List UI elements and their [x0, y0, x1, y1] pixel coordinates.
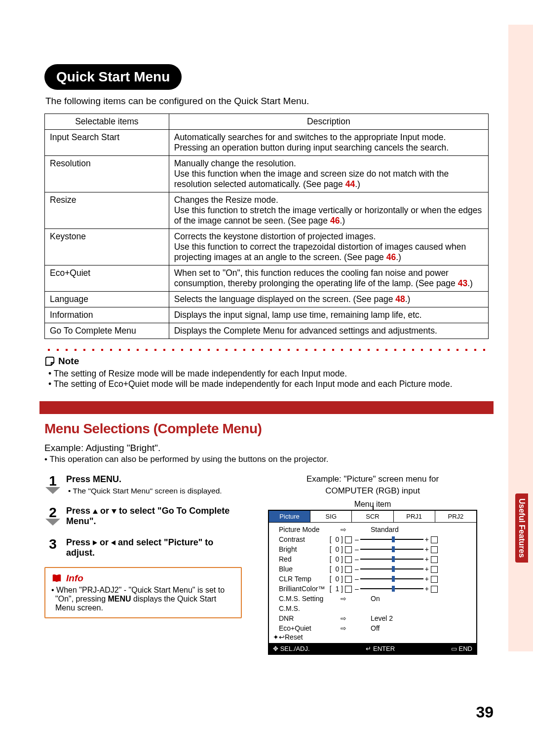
step-3-body: Press or and select "Picture" to adjust.: [66, 537, 242, 558]
step-arrow-icon: [44, 486, 61, 495]
slider-left-icon: [345, 575, 353, 583]
section-title-menu-selections: Menu Selections (Complete Menu): [44, 421, 489, 437]
step-1-body: Press MENU. • The "Quick Start Menu" scr…: [66, 474, 242, 495]
slider-left-icon: [345, 585, 353, 593]
osd-value: [ 1 ]: [328, 585, 343, 593]
step-arrow-icon: [44, 518, 61, 527]
page-content: Quick Start Menu The following items can…: [0, 0, 533, 675]
osd-label: Eco+Quiet: [272, 624, 336, 632]
osd-tab: PRJ1: [394, 511, 435, 522]
red-divider-bar: [39, 401, 494, 414]
page-ref: 43: [458, 278, 467, 288]
table-cell-desc: Corrects the keystone distortion of proj…: [169, 229, 488, 265]
osd-pointer: [373, 506, 374, 511]
table-row: Go To Complete MenuDisplays the Complete…: [45, 323, 489, 339]
osd-row-picture-mode: Picture Mode ⇨ Standard: [272, 525, 473, 534]
table-cell-item: Input Search Start: [45, 130, 169, 156]
osd-label: C.M.S. Setting: [272, 595, 336, 603]
osd-foot-end: ▭ END: [451, 645, 472, 652]
osd-slider-row: BrilliantColor™[ 1 ]– +: [272, 584, 473, 594]
page-ref: 46: [386, 252, 396, 262]
osd-plain-row: C.M.S. Setting⇨On: [272, 594, 473, 604]
osd-foot-enter: ↵ ENTER: [366, 645, 395, 652]
slider-right-icon: [431, 535, 441, 543]
table-header-desc: Description: [169, 114, 488, 130]
step-2: 2 Press or to select "Go To Complete Men…: [44, 506, 242, 529]
osd-value: [ 0 ]: [328, 575, 343, 583]
osd-plain-row: C.M.S.: [272, 604, 473, 613]
osd-value: Level 2: [351, 614, 473, 622]
arrow-right-icon: ⇨: [336, 595, 351, 603]
table-row: Eco+QuietWhen set to "On", this function…: [45, 265, 489, 292]
table-row: ResolutionManually change the resolution…: [45, 156, 489, 192]
note-item: The setting of Resize mode will be made …: [48, 369, 489, 379]
osd-value: [ 0 ]: [328, 535, 343, 543]
quick-start-table: Selectable items Description Input Searc…: [44, 113, 489, 339]
page-ref: 46: [330, 216, 340, 226]
example-subline: • This operation can also be performed b…: [44, 454, 489, 464]
table-cell-item: Resolution: [45, 156, 169, 192]
note-label: Note: [58, 356, 79, 367]
section-pill-quick-start: Quick Start Menu: [44, 64, 182, 90]
osd-value: [ 0 ]: [328, 565, 343, 573]
step-3: 3 Press or and select "Picture" to adjus…: [44, 537, 242, 558]
table-cell-item: Keystone: [45, 229, 169, 265]
info-heading: Info: [51, 573, 235, 584]
slider-right-icon: [431, 565, 441, 573]
table-row: ResizeChanges the Resize mode.Use this f…: [45, 192, 489, 229]
osd-plain-row: Eco+Quiet⇨Off: [272, 623, 473, 633]
osd-label: BrilliantColor™: [272, 585, 326, 593]
osd-value: Off: [351, 624, 473, 632]
osd-body: Picture Mode ⇨ Standard Contrast[ 0 ]– +…: [269, 523, 476, 643]
table-cell-item: Eco+Quiet: [45, 265, 169, 292]
info-box: Info • When "PRJ-ADJ2" - "Quick Start Me…: [44, 567, 242, 618]
page-ref: 48: [395, 294, 405, 304]
step-2-body: Press or to select "Go To Complete Menu"…: [66, 506, 242, 527]
osd-label: Contrast: [272, 535, 326, 543]
osd-foot-sel: ✥ SEL./ADJ.: [273, 645, 310, 652]
note-heading: Note: [44, 356, 489, 367]
note-icon: [44, 356, 55, 367]
page-number: 39: [476, 703, 494, 721]
osd-label: CLR Temp: [272, 575, 326, 583]
svg-marker-0: [45, 487, 60, 494]
table-cell-desc: Manually change the resolution.Use this …: [169, 156, 488, 192]
slider-left-icon: [345, 535, 353, 543]
slider-right-icon: [431, 545, 441, 553]
table-cell-item: Resize: [45, 192, 169, 229]
osd-row-reset: ✦↩Reset: [272, 633, 473, 641]
osd-reset-label: Reset: [285, 633, 303, 641]
step-1: 1 Press MENU. • The "Quick Start Menu" s…: [44, 474, 242, 497]
arrow-right-icon: ⇨: [336, 614, 351, 622]
osd-slider-row: Blue[ 0 ]– +: [272, 564, 473, 574]
table-header-items: Selectable items: [45, 114, 169, 130]
osd-slider: – +: [355, 576, 429, 582]
osd-label: Bright: [272, 545, 326, 553]
osd-slider-row: Bright[ 0 ]– +: [272, 544, 473, 554]
table-cell-desc: Displays the input signal, lamp use time…: [169, 307, 488, 323]
osd-example-line2: COMPUTER (RGB) input: [257, 486, 489, 496]
osd-panel: PictureSIGSCRPRJ1PRJ2 Picture Mode ⇨ Sta…: [268, 510, 477, 655]
osd-slider-row: Contrast[ 0 ]– +: [272, 534, 473, 544]
osd-slider: – +: [355, 586, 429, 592]
osd-slider-row: Red[ 0 ]– +: [272, 554, 473, 564]
slider-right-icon: [431, 575, 441, 583]
osd-label: Picture Mode: [272, 526, 336, 533]
osd-value: On: [351, 595, 473, 603]
steps-column: 1 Press MENU. • The "Quick Start Menu" s…: [44, 474, 242, 618]
info-body: • When "PRJ-ADJ2" - "Quick Start Menu" i…: [51, 586, 235, 612]
note-item: The setting of Eco+Quiet mode will be ma…: [48, 379, 489, 389]
osd-tab: SIG: [310, 511, 352, 522]
slider-right-icon: [431, 555, 441, 563]
osd-value: Standard: [351, 526, 473, 533]
osd-tabs: PictureSIGSCRPRJ1PRJ2: [269, 511, 476, 523]
svg-marker-1: [45, 519, 60, 526]
osd-slider: – +: [355, 546, 429, 552]
osd-value: [ 0 ]: [328, 555, 343, 563]
table-cell-desc: Displays the Complete Menu for advanced …: [169, 323, 488, 339]
osd-slider-row: CLR Temp[ 0 ]– +: [272, 574, 473, 584]
slider-right-icon: [431, 585, 441, 593]
osd-tab: Picture: [269, 511, 310, 522]
osd-slider: – +: [355, 566, 429, 572]
osd-label: Red: [272, 555, 326, 563]
